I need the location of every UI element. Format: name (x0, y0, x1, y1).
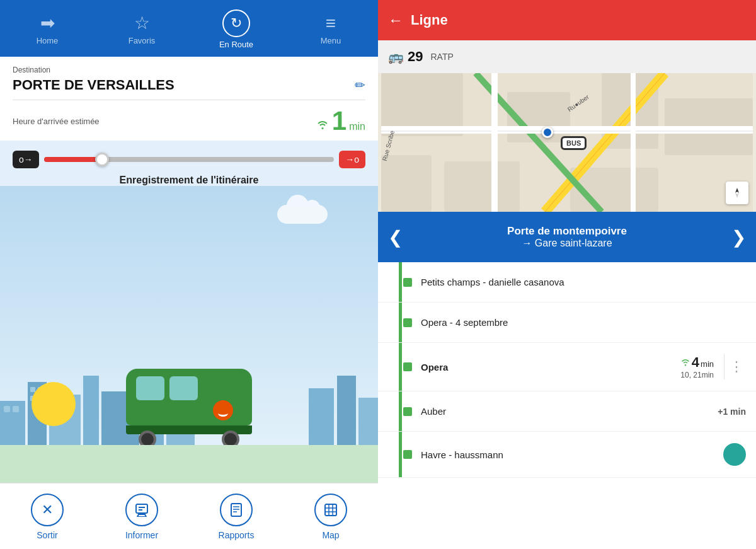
map-label: Map (322, 530, 339, 540)
nav-home[interactable]: ➡ Home (22, 13, 72, 45)
recording-label: Enregistrement de l'itinéraire (0, 175, 378, 186)
current-position-dot (542, 127, 553, 138)
stop-item-auber[interactable]: Auber +1 min (378, 391, 756, 432)
havre-circle-indicator (723, 443, 746, 466)
banner-sub-text: → Gare saint-lazare (408, 238, 726, 249)
eta-number: 1 (332, 108, 346, 134)
informer-label: Informer (125, 530, 158, 540)
nav-enroute-label: En Route (219, 40, 253, 49)
banner-main-text: Porte de montempoivre (408, 225, 726, 238)
stop-divider-v (724, 354, 724, 379)
stop-more-button[interactable]: ⋮ (727, 359, 746, 375)
start-badge-icon: o→ (19, 154, 33, 165)
banner-arrow: → (522, 238, 532, 248)
back-button[interactable]: ← (388, 11, 403, 29)
bus-windows (126, 369, 252, 400)
stop-line-bar (399, 262, 402, 302)
eta-value: 1 min (316, 108, 365, 134)
sun-illustration (32, 382, 76, 426)
stop-eta: 4 min 10, 21min (680, 354, 714, 379)
informer-button[interactable]: Informer (110, 494, 173, 540)
svg-rect-11 (13, 406, 19, 412)
sortir-icon: ✕ (31, 494, 64, 526)
route-section: o→ →o Enregistrement de l'itinéraire (0, 141, 378, 549)
sortir-label: Sortir (37, 530, 57, 540)
nav-enroute[interactable]: ↻ En Route (211, 9, 261, 49)
right-header-title: Ligne (411, 12, 448, 28)
eta-unit: min (349, 121, 365, 132)
bus-stop-marker: BUS (561, 136, 587, 150)
nav-home-label: Home (37, 36, 59, 45)
informer-icon (125, 494, 158, 526)
svg-rect-15 (136, 504, 147, 513)
banner-next-button[interactable]: ❯ (731, 227, 746, 248)
ground (0, 445, 378, 483)
stop-name-auber: Auber (421, 406, 718, 417)
sortir-button[interactable]: ✕ Sortir (16, 494, 79, 540)
progress-thumb (95, 153, 109, 166)
stop-item[interactable]: Opera - 4 septembre (378, 303, 756, 343)
stop-item-havre[interactable]: Havre - haussmann (378, 432, 756, 478)
stop-line-bar (399, 343, 402, 391)
stop-plus-time: +1 min (718, 407, 746, 417)
map-icon (314, 494, 347, 526)
edit-destination-icon[interactable]: ✏ (355, 78, 365, 93)
stops-list: Petits champs - danielle casanova Opera … (378, 262, 756, 549)
menu-icon: ≡ (326, 13, 336, 33)
rapports-label: Rapports (219, 530, 255, 540)
right-panel: ← Ligne 🚌 29 RATP (378, 0, 756, 549)
nav-menu[interactable]: ≡ Menu (306, 13, 356, 45)
stop-dot (403, 362, 412, 371)
eta-section: Heure d'arrivée estimée 1 min (0, 100, 378, 141)
cloud-illustration (277, 205, 328, 224)
map-button[interactable]: Map (299, 494, 362, 540)
bus-face (213, 400, 233, 420)
stop-eta-unit: min (701, 359, 714, 369)
progress-track[interactable] (44, 157, 334, 162)
svg-rect-33 (444, 161, 520, 212)
progress-fill (44, 157, 102, 162)
stop-name-opera: Opera (421, 362, 680, 373)
svg-marker-42 (735, 193, 739, 198)
banner-text: Porte de montempoivre → Gare saint-lazar… (408, 225, 726, 249)
bus-window-2 (169, 376, 198, 400)
eta-label: Heure d'arrivée estimée (13, 117, 100, 126)
svg-rect-32 (381, 155, 432, 212)
right-header: ← Ligne (378, 0, 756, 40)
stop-line-bar (399, 303, 402, 342)
stop-dot (403, 278, 412, 287)
bus-line-icon: 🚌 (388, 49, 404, 64)
bus-body (126, 369, 252, 425)
nav-favoris[interactable]: ☆ Favoris (117, 13, 167, 45)
svg-rect-10 (4, 406, 10, 412)
map-compass-button[interactable] (726, 182, 748, 204)
stop-line-bar (399, 432, 402, 477)
ratp-label: RATP (430, 52, 453, 62)
banner-prev-button[interactable]: ❮ (388, 227, 403, 248)
svg-rect-8 (337, 376, 356, 445)
progress-start-badge: o→ (13, 151, 39, 168)
stop-line-bar (399, 391, 402, 431)
rapports-button[interactable]: Rapports (205, 494, 268, 540)
bottom-actions: ✕ Sortir Informer Rapports Map (0, 483, 378, 549)
map-area[interactable]: Rue Scribe Ru●uber BUS (378, 73, 756, 212)
rapports-icon (220, 494, 253, 526)
nav-favoris-label: Favoris (129, 36, 156, 45)
line-number: 29 (408, 49, 423, 65)
progress-bar-container: o→ →o (13, 151, 365, 168)
destination-section: Destination PORTE DE VERSAILLES ✏ (0, 57, 378, 100)
refresh-icon: ↻ (231, 15, 242, 32)
svg-rect-7 (309, 388, 334, 445)
stop-name: Petits champs - danielle casanova (421, 277, 746, 287)
progress-end-badge: →o (339, 151, 365, 168)
eta-wifi-icon (316, 118, 329, 133)
bus-illustration (126, 369, 252, 448)
bus-window-1 (136, 376, 164, 400)
left-panel: ➡ Home ☆ Favoris ↻ En Route ≡ Menu Desti… (0, 0, 378, 549)
svg-marker-41 (735, 188, 739, 193)
star-icon: ☆ (134, 13, 150, 33)
stop-item-opera[interactable]: Opera 4 min 10, 21min ⋮ (378, 343, 756, 391)
stop-eta-main: 4 min (680, 354, 714, 371)
stop-name: Opera - 4 septembre (421, 317, 746, 328)
stop-item[interactable]: Petits champs - danielle casanova (378, 262, 756, 303)
